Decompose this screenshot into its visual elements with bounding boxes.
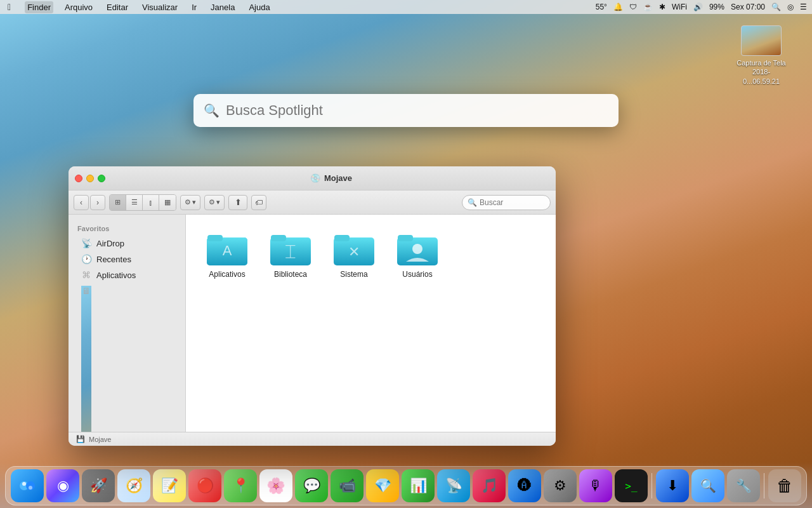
temperature-indicator: 55° [596, 3, 607, 11]
search-box: 🔍 [462, 195, 551, 210]
folder-usuarios-label: Usuários [402, 270, 432, 280]
menubar-left:  Finder Arquivo Editar Visualizar Ir Ja… [5, 1, 273, 13]
coffee-icon: ☕ [643, 3, 653, 11]
search-input[interactable] [480, 198, 545, 207]
main-content: A Aplicativos [186, 215, 556, 432]
icon-view-button[interactable]: ⊞ [110, 195, 126, 210]
folder-aplicativos-label: Aplicativos [209, 270, 245, 280]
nav-buttons: ‹ › [74, 195, 105, 210]
status-location: Mojave [89, 436, 111, 443]
finder-body: Favoritos 📡 AirDrop 🕐 Recentes ⌘ Aplicat… [69, 215, 556, 432]
svg-text:✕: ✕ [348, 244, 360, 260]
search-icon: 🔍 [468, 198, 477, 207]
forward-button[interactable]: › [90, 195, 105, 210]
folder-aplicativos-svg: A [207, 232, 247, 265]
action-chevron: ▾ [216, 198, 220, 206]
folder-usuarios-icon [397, 232, 438, 267]
menu-ir[interactable]: Ir [189, 1, 199, 13]
arrange-button[interactable]: ⚙ ▾ [180, 195, 200, 210]
sidebar-recentes-label: Recentes [96, 255, 131, 264]
menu-finder[interactable]: Finder [25, 1, 53, 13]
bluetooth-icon: ✱ [659, 3, 665, 11]
svg-point-12 [412, 244, 422, 254]
sidebar-section-favoritos: Favoritos [69, 220, 185, 235]
folder-biblioteca-icon: ⌶ [270, 232, 311, 267]
notification-center-icon[interactable]: ☰ [800, 3, 807, 11]
spotlight-search-icon: 🔍 [204, 103, 219, 118]
folder-aplicativos-icon: A [207, 232, 247, 267]
wifi-icon: WiFi [672, 3, 687, 11]
svg-rect-8 [334, 235, 350, 241]
sidebar-aplicativos-label: Aplicativos [96, 271, 136, 280]
status-hdd-icon: 💾 [76, 435, 85, 443]
toolbar: ‹ › ⊞ ☰ ⫿ ▦ ⚙ ▾ ⚙ ▾ ⬆ 🏷 🔍 [69, 190, 556, 215]
menu-janela[interactable]: Janela [208, 1, 237, 13]
folder-sistema-svg: ✕ [334, 232, 374, 265]
sidebar-item-aplicativos[interactable]: ⌘ Aplicativos [72, 267, 181, 283]
airdrop-icon: 📡 [81, 238, 91, 248]
hdd-title-icon: 💿 [310, 173, 320, 183]
action-icon: ⚙ [209, 198, 215, 206]
datetime-display: Sex 07:00 [731, 3, 765, 11]
apple-menu[interactable]:  [5, 1, 13, 13]
sidebar-airdrop-label: AirDrop [96, 239, 124, 248]
folder-usuarios-svg [397, 232, 438, 265]
close-button[interactable] [75, 175, 82, 182]
battery-indicator: 99% [709, 3, 724, 11]
share-button[interactable]: ⬆ [228, 195, 247, 210]
gallery-view-button[interactable]: ▦ [159, 195, 176, 210]
status-bar: 💾 Mojave [69, 432, 556, 446]
menu-visualizar[interactable]: Visualizar [140, 1, 180, 13]
window-title: 💿 Mojave [113, 173, 549, 183]
notification-icon: 🔔 [613, 3, 623, 11]
sidebar-item-airdrop[interactable]: 📡 AirDrop [72, 236, 181, 251]
sidebar: Favoritos 📡 AirDrop 🕐 Recentes ⌘ Aplicat… [69, 215, 186, 432]
menubar:  Finder Arquivo Editar Visualizar Ir Ja… [0, 0, 812, 14]
search-menubar-icon[interactable]: 🔍 [771, 3, 781, 11]
folder-aplicativos[interactable]: A Aplicativos [199, 227, 256, 285]
svg-rect-11 [398, 235, 413, 241]
desktop:  Finder Arquivo Editar Visualizar Ir Ja… [0, 0, 812, 508]
column-view-button[interactable]: ⫿ [143, 195, 159, 210]
svg-rect-5 [271, 235, 286, 241]
action-button[interactable]: ⚙ ▾ [204, 195, 225, 210]
tags-button[interactable]: 🏷 [251, 195, 266, 210]
finder-window: 💿 Mojave ‹ › ⊞ ☰ ⫿ ▦ ⚙ ▾ ⚙ ▾ [69, 166, 556, 446]
folder-biblioteca-label: Biblioteca [274, 270, 307, 280]
sidebar-item-recentes[interactable]: 🕐 Recentes [72, 251, 181, 267]
traffic-lights [75, 175, 105, 182]
sidebar-item-mesa[interactable]: 🖥 Mesa [72, 283, 181, 432]
menu-ajuda[interactable]: Ajuda [246, 1, 272, 13]
arrange-icon: ⚙ [185, 198, 191, 206]
minimize-button[interactable] [86, 175, 94, 182]
spotlight-input[interactable] [226, 102, 608, 119]
folder-sistema-label: Sistema [340, 270, 367, 280]
folder-biblioteca-svg: ⌶ [270, 232, 311, 265]
svg-text:A: A [223, 243, 232, 258]
menu-arquivo[interactable]: Arquivo [62, 1, 95, 13]
view-buttons: ⊞ ☰ ⫿ ▦ [109, 194, 176, 211]
folder-sistema-icon: ✕ [334, 232, 374, 267]
menubar-right: 55° 🔔 🛡 ☕ ✱ WiFi 🔊 99% Sex 07:00 🔍 ◎ ☰ [596, 3, 807, 11]
back-button[interactable]: ‹ [74, 195, 89, 210]
folder-biblioteca[interactable]: ⌶ Biblioteca [262, 227, 319, 285]
folder-usuarios[interactable]: Usuários [389, 227, 446, 285]
folder-sistema[interactable]: ✕ Sistema [325, 227, 383, 285]
mesa-icon: 🖥 [81, 286, 91, 432]
arrange-chevron: ▾ [192, 198, 196, 206]
siri-menubar-icon[interactable]: ◎ [787, 3, 794, 11]
maximize-button[interactable] [98, 175, 105, 182]
recentes-icon: 🕐 [81, 254, 91, 264]
volume-icon: 🔊 [693, 3, 703, 11]
list-view-button[interactable]: ☰ [126, 195, 143, 210]
svg-rect-2 [207, 235, 223, 241]
vpn-icon: 🛡 [629, 3, 637, 11]
menu-editar[interactable]: Editar [104, 1, 131, 13]
aplicativos-icon: ⌘ [81, 270, 91, 280]
svg-text:⌶: ⌶ [285, 241, 296, 260]
share-icon: ⬆ [235, 197, 242, 207]
spotlight-bar: 🔍 [193, 94, 619, 127]
title-bar: 💿 Mojave [69, 166, 556, 190]
